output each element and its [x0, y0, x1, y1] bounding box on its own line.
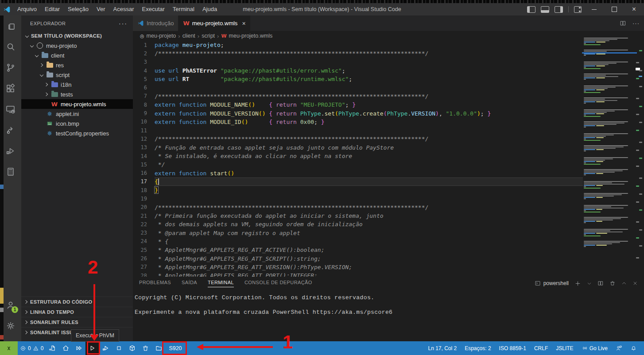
line-number: 3 — [133, 59, 147, 65]
code-editor[interactable]: 1package meu-projeto;2/*****************… — [133, 41, 583, 277]
home-icon — [62, 344, 70, 352]
status-run-all-button[interactable] — [72, 341, 85, 355]
status-trash-button[interactable] — [139, 341, 152, 355]
minimap[interactable] — [584, 38, 635, 259]
panel-tab-terminal[interactable]: TERMINAL — [208, 280, 234, 287]
panel-actions: powershell — [535, 277, 638, 290]
customize-layout-icon[interactable] — [574, 6, 582, 13]
tree-item-icon-bmp[interactable]: icon.bmp — [21, 119, 133, 128]
chevron-down-icon — [39, 72, 45, 78]
menu-item-ajuda[interactable]: Ajuda — [198, 3, 221, 15]
menu-item-editar[interactable]: Editar — [41, 3, 64, 15]
text-cursor — [158, 178, 159, 185]
code-line-20: 20/*************************************… — [133, 203, 583, 212]
section-label: SONARLINT RULES — [30, 320, 78, 325]
tree-item-testconfig-properties[interactable]: testConfig.properties — [21, 128, 133, 138]
sidebar-section-estrutura-do-codigo[interactable]: ESTRUTURA DO CÓDIGO — [21, 297, 133, 307]
tree-item-i18n[interactable]: i18n — [21, 80, 133, 89]
line-number: 18 — [133, 187, 147, 193]
breadcrumb-item-meu-projeto[interactable]: meu-projeto — [147, 33, 176, 39]
section-label: LINHA DO TEMPO — [30, 309, 74, 315]
problems-status[interactable]: 0 0 — [18, 341, 46, 355]
tree-item-res[interactable]: res — [21, 60, 133, 70]
toggle-secondary-sidebar-icon[interactable] — [555, 6, 563, 13]
tab-introducao[interactable]: Introdução — [133, 15, 178, 31]
status-item-go-live[interactable]: Go Live — [578, 341, 611, 355]
status-item-bell[interactable] — [627, 341, 640, 355]
status-item-feedback[interactable] — [612, 341, 626, 355]
terminal-output[interactable]: Copyright (C) Microsoft Corporation. Tod… — [133, 290, 644, 316]
sidebar-title: EXPLORADOR — [30, 21, 66, 26]
breadcrumb[interactable]: ◎meu-projeto›client›script›Wmeu-projeto.… — [133, 31, 644, 41]
maximize-button[interactable] — [604, 3, 624, 15]
sidebar-section-sonarlint-rules[interactable]: SONARLINT RULES — [21, 317, 133, 327]
minimize-button[interactable] — [584, 3, 604, 15]
menu-item-executar[interactable]: Executar — [138, 3, 169, 15]
chevron-right-icon — [23, 299, 29, 305]
menu-item-selecao[interactable]: Seleção — [64, 3, 93, 15]
status-stop-button[interactable] — [112, 341, 125, 355]
sidebar-section-linha-do-tempo[interactable]: LINHA DO TEMPO — [21, 307, 133, 317]
status-item-label: Go Live — [590, 345, 608, 351]
tree-item-meu-projeto[interactable]: meu-projeto — [21, 41, 133, 50]
menu-item-acessar[interactable]: Acessar — [109, 3, 138, 15]
folder-res-icon — [46, 62, 54, 69]
line-number: 14 — [133, 153, 147, 159]
status-bar-right: Ln 17, Col 2Espaços: 2ISO 8859-1CRLFJSLI… — [424, 341, 644, 355]
shell-selector[interactable]: powershell — [535, 280, 569, 286]
menu-item-ver[interactable]: Ver — [93, 3, 109, 15]
status-debug-alt-button[interactable] — [99, 341, 112, 355]
toggle-sidebar-icon[interactable] — [527, 6, 535, 13]
breadcrumb-item-client[interactable]: client — [182, 33, 195, 39]
close-tab-icon[interactable]: × — [242, 20, 245, 27]
close-button[interactable]: × — [624, 3, 644, 15]
code-line-25: 25 * AppletMngr#G_APPLETS_REG_ATT_ACTIVE… — [133, 246, 583, 254]
tab-meu-projeto-wmls[interactable]: W meu-projeto.wmls × — [178, 15, 250, 31]
split-editor-icon[interactable] — [620, 20, 626, 27]
run-all-icon — [75, 344, 83, 352]
code-line-13: 13/* Função de entrada caso applet seja … — [133, 143, 583, 152]
panel-tab-console-de-depuracao[interactable]: CONSOLE DE DEPURAÇÃO — [244, 280, 312, 287]
vscode-logo-icon — [137, 20, 144, 27]
tree-item-sem-titulo-workspace[interactable]: SEM TÍTULO (WORKSPACE) — [21, 31, 133, 41]
chevron-down-icon — [34, 52, 40, 58]
maximize-panel-icon[interactable] — [621, 281, 627, 286]
panel-tab-saida[interactable]: SAÍDA — [182, 280, 197, 287]
status-item-espacos-2[interactable]: Espaços: 2 — [461, 341, 494, 355]
menu-item-arquivo[interactable]: Arquivo — [13, 3, 41, 15]
menu-item-terminal[interactable]: Terminal — [169, 3, 198, 15]
status-cube-button[interactable] — [125, 341, 139, 355]
code-line-6: 6 — [133, 83, 583, 92]
more-actions-icon[interactable]: ··· — [119, 21, 128, 26]
breadcrumb-item-meu-projeto-wmls[interactable]: meu-projeto.wmls — [229, 33, 273, 39]
panel-tab-problemas[interactable]: PROBLEMAS — [139, 280, 171, 287]
chevron-down-icon — [24, 33, 30, 39]
kill-terminal-icon[interactable] — [609, 280, 616, 286]
new-terminal-icon[interactable] — [574, 280, 581, 287]
line-number: 6 — [133, 85, 147, 91]
tree-item-meu-projeto-wmls[interactable]: Wmeu-projeto.wmls — [21, 99, 133, 109]
close-panel-icon[interactable] — [632, 281, 638, 286]
chevron-down-icon[interactable] — [587, 281, 592, 286]
annotation-arrow-2 — [93, 284, 95, 336]
extensions-icon — [5, 83, 16, 94]
breadcrumb-item-script[interactable]: script — [202, 33, 215, 39]
status-new-file-button[interactable] — [46, 341, 59, 355]
status-item-jslite[interactable]: JSLITE — [552, 341, 577, 355]
remote-indicator[interactable] — [0, 341, 18, 355]
status-home-button[interactable] — [59, 341, 72, 355]
tree-item-script[interactable]: script — [21, 70, 133, 80]
tree-item-tests[interactable]: tests — [21, 89, 133, 99]
tree-item-applet-ini[interactable]: applet.ini — [21, 109, 133, 119]
sidebar-header: EXPLORADOR ··· — [21, 15, 133, 31]
code-line-21: 21/* Primeira função executada do applet… — [133, 212, 583, 220]
bell-icon — [630, 345, 637, 351]
status-item-iso-8859-1[interactable]: ISO 8859-1 — [496, 341, 530, 355]
split-terminal-icon[interactable] — [597, 280, 604, 286]
overview-ruler[interactable] — [635, 20, 644, 277]
tree-item-client[interactable]: client — [21, 50, 133, 60]
status-item-crlf[interactable]: CRLF — [531, 341, 551, 355]
status-item-ln-17-col-2[interactable]: Ln 17, Col 2 — [424, 341, 460, 355]
line-number: 8 — [133, 102, 147, 108]
toggle-panel-icon[interactable] — [541, 6, 549, 13]
